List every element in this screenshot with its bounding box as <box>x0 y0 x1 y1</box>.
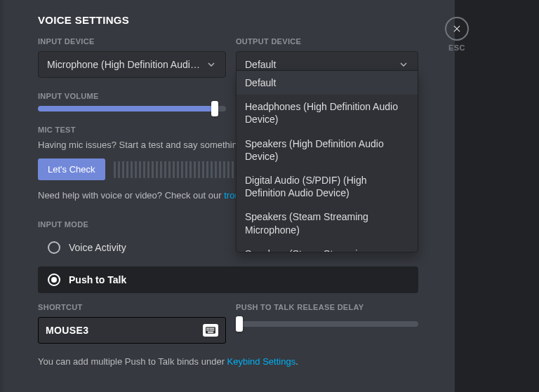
svg-rect-11 <box>208 332 213 333</box>
chevron-down-icon <box>206 59 217 70</box>
input-volume-thumb[interactable] <box>211 101 218 116</box>
radio-icon <box>48 273 60 286</box>
footnote: You can add multiple Push to Talk binds … <box>38 356 511 367</box>
input-device-label: INPUT DEVICE <box>38 37 226 46</box>
svg-rect-9 <box>211 330 213 331</box>
svg-rect-7 <box>208 330 210 331</box>
help-prefix: Need help with voice or video? Check out… <box>38 190 224 201</box>
dropdown-item[interactable]: Headphones (High Definition Audio Device… <box>237 95 418 131</box>
esc-label: ESC <box>445 43 469 52</box>
input-device-value: Microphone (High Definition Audio Device… <box>47 59 201 70</box>
dropdown-item[interactable]: Speakers (High Definition Audio Device) <box>237 132 418 168</box>
svg-rect-6 <box>206 330 208 331</box>
radio-icon <box>48 241 60 254</box>
shortcut-value: MOUSE3 <box>46 325 89 336</box>
chevron-down-icon <box>398 59 409 70</box>
dropdown-item[interactable]: Digital Audio (S/PDIF) (High Definition … <box>237 168 418 205</box>
svg-rect-4 <box>211 328 213 330</box>
output-device-value: Default <box>245 59 394 70</box>
keyboard-icon <box>203 324 218 337</box>
input-volume-slider[interactable] <box>38 106 226 111</box>
dropdown-item[interactable]: Default <box>237 71 418 95</box>
ptt-delay-slider[interactable] <box>236 321 418 327</box>
right-gutter <box>455 0 539 392</box>
lets-check-button[interactable]: Let's Check <box>38 158 105 180</box>
svg-rect-10 <box>213 330 215 331</box>
ptt-delay-thumb[interactable] <box>236 316 243 332</box>
voice-activity-label: Voice Activity <box>69 242 126 253</box>
input-device-select[interactable]: Microphone (High Definition Audio Device… <box>38 51 226 78</box>
footnote-prefix: You can add multiple Push to Talk binds … <box>38 356 227 367</box>
ptt-delay-label: PUSH TO TALK RELEASE DELAY <box>236 303 418 311</box>
svg-rect-2 <box>208 328 210 330</box>
close-button[interactable] <box>445 17 469 41</box>
output-device-label: OUTPUT DEVICE <box>236 37 418 46</box>
panel-shadow <box>0 0 6 392</box>
svg-rect-3 <box>210 328 211 330</box>
shortcut-input[interactable]: MOUSE3 <box>38 317 226 344</box>
dropdown-item[interactable]: Speakers (Steam Streaming Microphone) <box>237 205 418 241</box>
svg-rect-1 <box>206 328 208 330</box>
radio-dot-icon <box>51 277 57 283</box>
close-icon <box>452 24 462 34</box>
keybind-settings-link[interactable]: Keybind Settings <box>227 356 296 367</box>
page-title: VOICE SETTINGS <box>38 14 511 26</box>
input-volume-fill <box>38 106 215 111</box>
footnote-suffix: . <box>295 356 298 367</box>
push-to-talk-label: Push to Talk <box>69 274 126 285</box>
svg-rect-8 <box>210 330 211 331</box>
input-mode-push-to-talk[interactable]: Push to Talk <box>38 266 418 293</box>
output-device-dropdown[interactable]: Default Headphones (High Definition Audi… <box>236 70 418 252</box>
close-wrap: ESC <box>445 17 469 52</box>
dropdown-item[interactable]: Speakers (Steam Streaming Speakers) <box>237 242 418 252</box>
svg-rect-5 <box>213 328 215 330</box>
shortcut-label: SHORTCUT <box>38 303 226 311</box>
